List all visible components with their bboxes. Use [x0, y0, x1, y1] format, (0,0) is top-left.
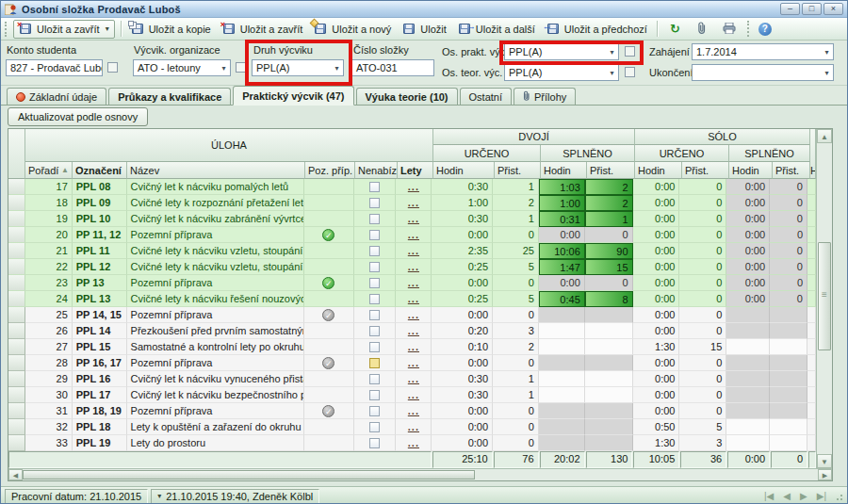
row-selector[interactable] [8, 371, 25, 387]
row-selector[interactable] [8, 291, 25, 307]
column-header-nazev[interactable]: Název [127, 162, 305, 179]
zahajeni-date-combo[interactable]: 1.7.2014▾ [692, 43, 834, 60]
tab-ostatni[interactable]: Ostatní [460, 88, 512, 105]
table-row[interactable]: 30PPL 17Cvičný let k nácviku bezpečnostn… [8, 387, 816, 403]
chevron-down-icon[interactable]: ▾ [606, 44, 618, 59]
row-selector[interactable] [8, 211, 25, 227]
table-row[interactable]: 26PPL 14Přezkoušení před prvním samostat… [8, 323, 816, 339]
lety-detail-link[interactable]: ... [408, 371, 419, 386]
lety-detail-link[interactable]: ... [408, 387, 419, 402]
nav-previous-button[interactable]: ◀ [783, 491, 791, 501]
column-header-prist[interactable]: Přist. [773, 162, 810, 179]
table-row[interactable]: 25PP 14, 15Pozemní příprava✓...0:0000:00… [8, 307, 816, 323]
nenabizet-checkbox[interactable] [369, 310, 380, 320]
resize-grip[interactable] [834, 492, 843, 501]
minimize-button[interactable]: – [780, 3, 800, 15]
nenabizet-checkbox[interactable] [369, 326, 380, 336]
row-selector[interactable] [8, 275, 25, 291]
nenabizet-checkbox[interactable] [369, 262, 380, 272]
tab-zakladni-udaje[interactable]: Základní údaje [7, 88, 106, 105]
tab-vyuka-teorie[interactable]: Výuka teorie (10) [356, 88, 458, 105]
row-selector[interactable] [8, 195, 25, 211]
os-teor-vyc-checkbox[interactable] [625, 67, 635, 77]
lety-detail-link[interactable]: ... [408, 435, 419, 450]
druh-vycviku-combo[interactable]: PPL(A)▾ [252, 59, 344, 76]
table-row[interactable]: 33PPL 19Lety do prostoru...0:0001:303 [8, 435, 816, 451]
column-header-prist[interactable]: Přist. [587, 162, 635, 179]
table-row[interactable]: 20PP 11, 12Pozemní příprava✓...0:0000:00… [8, 227, 816, 243]
column-header-nenabizet[interactable]: Nenabízet [355, 162, 398, 179]
column-header-hodin[interactable]: Hodin [541, 162, 587, 179]
lety-detail-link[interactable]: ... [408, 307, 419, 322]
column-header-oznaceni[interactable]: Označení [73, 162, 127, 179]
row-selector[interactable] [8, 355, 25, 371]
maximize-button[interactable]: □ [802, 3, 822, 15]
chevron-down-icon[interactable]: ▾ [606, 65, 618, 80]
row-selector[interactable] [8, 403, 25, 419]
nenabizet-checkbox[interactable] [369, 246, 380, 256]
close-button[interactable]: × [824, 3, 843, 15]
column-header-prist[interactable]: Přist. [682, 162, 729, 179]
konto-studenta-combo[interactable]: 827 - Prodavač Luboš▾ [6, 59, 103, 76]
row-selector[interactable] [8, 435, 25, 451]
save-button[interactable]: Uložit [397, 20, 452, 39]
row-selector[interactable] [8, 179, 25, 195]
attachment-button[interactable] [689, 20, 716, 39]
vycvik-organizace-combo[interactable]: ATO - letouny▾ [133, 59, 231, 76]
tab-prukazy-a-kvalifikace[interactable]: Průkazy a kvalifikace [108, 88, 231, 105]
last-edit-panel[interactable]: ▾ 21.10.2015 19:40, Zdeněk Kölbl [151, 489, 319, 504]
lety-detail-link[interactable]: ... [408, 227, 419, 242]
cislo-slozky-input[interactable]: ATO-031 [351, 59, 434, 76]
lety-detail-link[interactable]: ... [408, 211, 419, 226]
refresh-button[interactable]: ↻ [661, 20, 689, 39]
tab-prakticky-vycvik[interactable]: Praktický výcvik (47) [233, 86, 353, 106]
nenabizet-checkbox[interactable] [369, 374, 380, 384]
nenabizet-checkbox[interactable] [369, 438, 380, 448]
scroll-left-arrow[interactable]: ◀ [8, 469, 23, 480]
lety-detail-link[interactable]: ... [408, 419, 419, 434]
nenabizet-checkbox[interactable] [369, 390, 380, 400]
lety-detail-link[interactable]: ... [408, 275, 419, 290]
table-row[interactable]: 23PP 13Pozemní příprava✓...0:0000:0000:0… [8, 275, 816, 291]
nenabizet-checkbox[interactable] [369, 422, 380, 432]
table-row[interactable]: 24PPL 13Cvičné lety k nácviku řešení nou… [8, 291, 816, 307]
column-header-poz-prip[interactable]: Poz. příp. [305, 162, 355, 179]
save-and-previous-button[interactable]: ← Uložit a předchozí [541, 20, 653, 39]
lety-detail-link[interactable]: ... [408, 323, 419, 338]
scroll-right-arrow[interactable]: ▶ [818, 469, 832, 480]
help-button[interactable]: ? [753, 20, 777, 39]
lety-detail-link[interactable]: ... [408, 339, 419, 354]
column-header-lety[interactable]: Lety [398, 162, 433, 179]
save-and-next-button[interactable]: → Uložit a další [452, 20, 541, 39]
row-selector[interactable] [8, 387, 25, 403]
table-row[interactable]: 27PPL 15Samostatné a kontrolní lety po o… [8, 339, 816, 355]
save-and-close-button[interactable]: × Uložit a zavřít [217, 20, 309, 39]
nenabizet-checkbox[interactable] [369, 278, 380, 288]
chevron-down-icon[interactable]: ▾ [331, 60, 343, 75]
tab-prilohy[interactable]: Přílohy [514, 88, 576, 105]
table-row[interactable]: 21PPL 11Cvičné lety k nácviku vzletu, st… [8, 243, 816, 259]
os-teor-vyc-combo[interactable]: PPL(A)▾ [504, 64, 619, 81]
os-prakt-vyc-combo[interactable]: PPL(A)▾ [504, 43, 619, 60]
save-and-copy-button[interactable]: Uložit a kopie [125, 20, 217, 39]
lety-detail-link[interactable]: ... [408, 179, 419, 194]
scroll-down-arrow[interactable]: ▼ [817, 454, 832, 468]
nenabizet-checkbox[interactable] [369, 406, 380, 416]
os-prakt-vyc-checkbox[interactable] [625, 46, 635, 57]
row-selector[interactable] [8, 227, 25, 243]
nenabizet-checkbox[interactable] [369, 294, 380, 304]
lety-detail-link[interactable]: ... [408, 355, 419, 370]
horizontal-scrollbar[interactable]: ◀ ▶ [8, 468, 832, 480]
table-row[interactable]: 19PPL 10Cvičný let k nácviku zabránění v… [8, 211, 816, 227]
vycvik-organizace-checkbox[interactable] [236, 62, 246, 73]
row-selector[interactable] [8, 419, 25, 435]
print-button[interactable] [716, 20, 743, 39]
lety-detail-link[interactable]: ... [408, 243, 419, 258]
lety-detail-link[interactable]: ... [408, 195, 419, 210]
save-and-close-default-button[interactable]: × Uložit a zavřít ▾ [13, 20, 115, 39]
table-row[interactable]: 29PPL 16Cvičný let k nácviku vynuceného … [8, 371, 816, 387]
scroll-up-arrow[interactable]: ▲ [817, 129, 832, 143]
row-selector[interactable] [8, 307, 25, 323]
ukonceni-date-combo[interactable]: ▾ [692, 64, 834, 81]
table-row[interactable]: 32PPL 18Lety k opuštění a zařazení do ok… [8, 419, 816, 435]
